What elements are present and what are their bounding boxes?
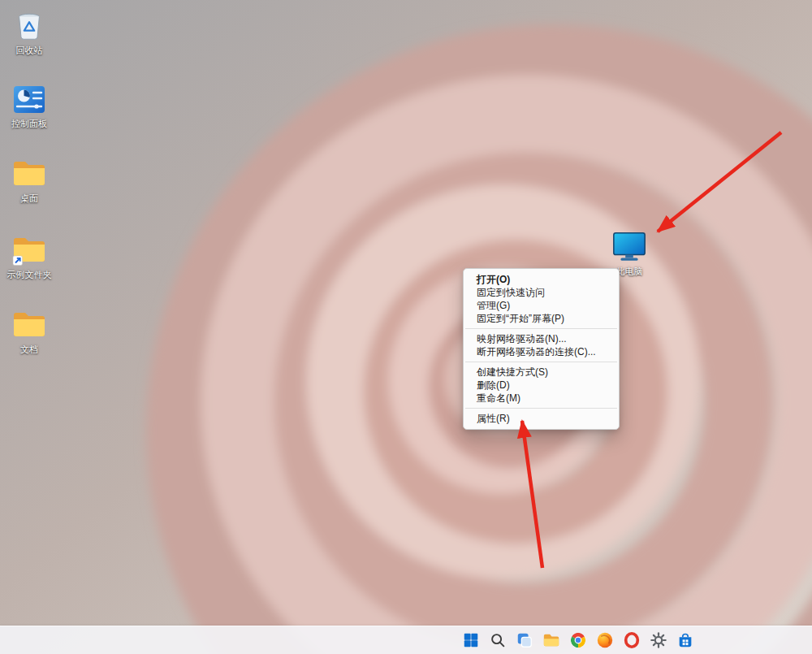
desktop-icon-documents[interactable]: 文档 [5, 307, 54, 355]
icon-label: 桌面 [20, 193, 38, 204]
icon-label: 控制面板 [11, 119, 47, 129]
desktop-icon-shortcut-folder[interactable]: 示例文件夹 [5, 232, 54, 280]
chrome-icon [569, 631, 587, 649]
context-menu: 打开(O) 固定到快速访问 管理(G) 固定到“开始”屏幕(P) 映射网络驱动器… [463, 268, 620, 430]
menu-item-properties[interactable]: 属性(R) [464, 412, 619, 425]
task-view-icon [516, 631, 533, 649]
menu-separator [465, 408, 617, 409]
recycle-bin-icon [11, 8, 48, 44]
microsoft-store-button[interactable] [676, 629, 695, 652]
firefox-icon [596, 631, 614, 649]
bloom-wallpaper [0, 0, 812, 654]
menu-item-open[interactable]: 打开(O) [464, 273, 619, 286]
microsoft-store-icon [676, 631, 694, 649]
desktop-icon-desktop-folder[interactable]: 桌面 [5, 156, 54, 204]
menu-item-map-network-drive[interactable]: 映射网络驱动器(N)... [464, 332, 619, 345]
this-pc-icon [611, 229, 648, 265]
menu-item-rename[interactable]: 重命名(M) [464, 392, 619, 405]
folder-icon [11, 156, 48, 192]
settings-button[interactable] [649, 629, 668, 652]
opera-icon [623, 631, 641, 649]
menu-item-pin-quick-access[interactable]: 固定到快速访问 [464, 286, 619, 299]
menu-item-create-shortcut[interactable]: 创建快捷方式(S) [464, 366, 619, 379]
desktop-icon-control-panel[interactable]: 控制面板 [5, 81, 54, 129]
menu-item-pin-to-start[interactable]: 固定到“开始”屏幕(P) [464, 312, 619, 325]
control-panel-icon [11, 81, 48, 117]
file-explorer-button[interactable] [542, 629, 561, 652]
folder-icon [11, 307, 48, 343]
folder-shortcut-icon [11, 232, 48, 268]
settings-gear-icon [650, 631, 667, 649]
search-icon [489, 631, 507, 649]
search-button[interactable] [488, 629, 508, 652]
taskbar [0, 626, 812, 654]
menu-separator [465, 362, 617, 362]
menu-item-manage[interactable]: 管理(G) [464, 299, 619, 312]
desktop-icon-recycle-bin[interactable]: 回收站 [5, 8, 54, 56]
chrome-button[interactable] [568, 629, 588, 652]
taskbar-icon-group [461, 626, 695, 654]
task-view-button[interactable] [515, 629, 534, 652]
opera-button[interactable] [622, 629, 641, 652]
icon-label: 示例文件夹 [7, 270, 52, 280]
file-explorer-icon [542, 631, 560, 649]
icon-label: 文档 [20, 344, 38, 355]
start-button[interactable] [461, 629, 481, 652]
windows-desktop: 回收站 控制面板 [0, 0, 812, 654]
menu-item-delete[interactable]: 删除(D) [464, 379, 619, 392]
icon-label: 回收站 [16, 45, 43, 56]
menu-separator [465, 328, 617, 329]
firefox-button[interactable] [595, 629, 615, 652]
icon-label: 此电脑 [616, 266, 643, 277]
menu-item-disconnect-network-drive[interactable]: 断开网络驱动器的连接(C)... [464, 345, 619, 358]
